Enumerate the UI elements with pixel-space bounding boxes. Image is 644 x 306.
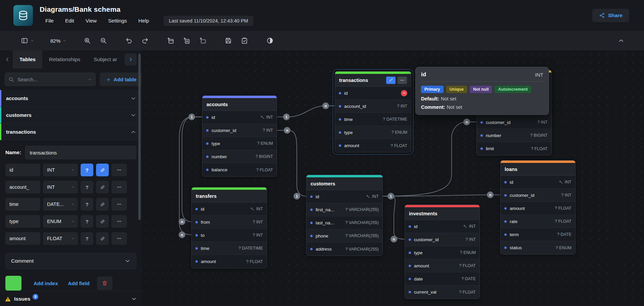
chevron-down-icon[interactable] xyxy=(131,296,137,302)
table-more-button[interactable] xyxy=(398,77,407,84)
table-header[interactable]: transactions xyxy=(335,74,411,87)
field-nullable-toggle[interactable]: ? xyxy=(81,215,93,228)
field-more-button[interactable] xyxy=(111,232,127,245)
add-index-button[interactable]: Add index xyxy=(32,278,60,289)
field-name-button[interactable]: account_ xyxy=(5,181,40,193)
table-field-row[interactable]: rate? FLOAT xyxy=(501,215,575,228)
toolbar-save-button[interactable] xyxy=(222,34,235,47)
table-field-row[interactable]: from? INT xyxy=(192,216,267,229)
field-name-button[interactable]: type xyxy=(5,215,40,228)
table-header[interactable]: accounts xyxy=(202,98,277,111)
field-type-select[interactable]: FLOAT xyxy=(43,232,78,245)
diagram-table-customers[interactable]: customersidINTfirst_na...? VARCHAR(255)l… xyxy=(306,175,383,256)
table-field-row[interactable]: type? ENUM xyxy=(202,137,277,150)
field-type-select[interactable]: INT xyxy=(43,181,78,193)
table-field-row[interactable]: first_na...? VARCHAR(255) xyxy=(307,203,382,216)
table-field-row[interactable]: account_id? INT xyxy=(335,100,411,113)
table-field-row[interactable]: amount? FLOAT xyxy=(501,202,575,215)
menu-view[interactable]: View xyxy=(80,16,102,26)
table-name-input[interactable] xyxy=(25,146,136,159)
table-field-row[interactable]: term? DATE xyxy=(501,228,575,241)
menu-settings[interactable]: Settings xyxy=(102,16,133,26)
toolbar-zoom-in-button[interactable] xyxy=(81,34,94,47)
field-link-button[interactable] xyxy=(96,164,109,176)
toolbar-redo-button[interactable] xyxy=(138,34,152,47)
toolbar-layout-button[interactable] xyxy=(19,34,36,47)
field-link-button[interactable] xyxy=(96,198,109,211)
edit-table-button[interactable] xyxy=(386,77,396,84)
sidebar-item-transactions[interactable]: transactions xyxy=(0,124,142,140)
table-field-row[interactable]: current_val? FLOAT xyxy=(405,286,479,299)
diagram-canvas[interactable]: 1nn11nn1nnn accountsidINTcustomer_id? IN… xyxy=(142,50,644,306)
menu-edit[interactable]: Edit xyxy=(59,16,80,26)
table-field-row[interactable]: number? BIGINT xyxy=(202,150,277,163)
table-field-row[interactable]: idINT xyxy=(501,176,575,189)
diagram-table-investments[interactable]: investmentsidINTcustomer_id? INTtype? EN… xyxy=(405,205,480,299)
toolbar-zoom-level-button[interactable]: 82% xyxy=(48,34,68,47)
table-field-row[interactable]: type? ENUM xyxy=(335,126,411,139)
diagram-table-transactions[interactable]: transactionsidaccount_id? INTtime? DATET… xyxy=(335,71,411,152)
tab-relationships[interactable]: Relationships xyxy=(42,50,87,69)
field-type-select[interactable]: INT xyxy=(43,164,78,176)
field-name-button[interactable]: time xyxy=(5,198,40,211)
field-type-select[interactable]: DATE... xyxy=(43,198,78,211)
field-more-button[interactable] xyxy=(111,198,127,211)
toolbar-add-note-button[interactable] xyxy=(180,34,193,47)
tab-tables[interactable]: Tables xyxy=(13,50,42,69)
diagram-table-transfers[interactable]: transfersidINTfrom? INTto? INTtime? DATE… xyxy=(191,187,267,268)
table-field-row[interactable]: customer_id? INT xyxy=(202,124,277,137)
toolbar-collapse-button[interactable] xyxy=(614,34,628,47)
tabs-scroll-right-button[interactable] xyxy=(125,53,137,65)
diagram-table-loans[interactable]: loansidINTcustomer_id? INTamount? FLOATr… xyxy=(500,160,576,255)
field-link-button[interactable] xyxy=(96,215,109,228)
search-input-wrap[interactable] xyxy=(5,73,96,86)
field-type-select[interactable]: ENUM xyxy=(43,215,78,228)
add-field-button[interactable]: Add field xyxy=(66,278,92,289)
toolbar-add-table-button[interactable] xyxy=(164,34,177,47)
issues-bar[interactable]: Issues 0 xyxy=(0,291,142,306)
field-more-button[interactable] xyxy=(111,215,127,228)
table-field-row[interactable]: time? DATETIME xyxy=(192,242,267,255)
menu-file[interactable]: File xyxy=(40,16,59,26)
menu-help[interactable]: Help xyxy=(133,16,155,26)
field-name-button[interactable]: amount xyxy=(5,232,40,245)
add-table-button[interactable]: Add table xyxy=(100,73,143,86)
tabs-scroll-left-button[interactable] xyxy=(2,53,13,65)
toolbar-theme-button[interactable] xyxy=(263,34,277,47)
field-more-button[interactable] xyxy=(111,181,127,193)
table-field-row[interactable]: type? ENUM xyxy=(405,246,479,259)
toolbar-add-area-button[interactable] xyxy=(196,34,210,47)
field-link-button[interactable] xyxy=(96,181,109,193)
share-button[interactable]: Share xyxy=(592,9,629,22)
table-field-row[interactable]: to? INT xyxy=(192,229,267,242)
toolbar-undo-button[interactable] xyxy=(122,34,136,47)
table-field-row[interactable]: idINT xyxy=(202,111,277,124)
diagram-table-accounts[interactable]: accountsidINTcustomer_id? INTtype? ENUMn… xyxy=(202,95,277,177)
search-input[interactable] xyxy=(17,76,85,83)
table-header[interactable]: customers xyxy=(307,177,382,190)
sidebar-item-accounts[interactable]: accounts xyxy=(0,90,142,107)
table-field-row[interactable]: date? DATE xyxy=(405,272,479,286)
delete-table-button[interactable] xyxy=(97,276,112,290)
table-field-row[interactable]: balance? FLOAT xyxy=(202,163,277,176)
table-field-row[interactable]: last_na...? VARCHAR(255) xyxy=(307,216,382,229)
table-field-row[interactable]: status? ENUM xyxy=(501,241,575,254)
app-logo[interactable] xyxy=(13,5,33,26)
field-nullable-toggle[interactable]: ? xyxy=(81,181,93,193)
sidebar-scrollbar[interactable] xyxy=(138,54,141,220)
table-color-swatch[interactable] xyxy=(5,276,21,291)
table-field-row[interactable]: address? VARCHAR(255) xyxy=(307,243,382,256)
field-more-button[interactable] xyxy=(111,164,127,176)
table-field-row[interactable]: customer_id? INT xyxy=(501,189,575,202)
toolbar-todo-button[interactable] xyxy=(238,34,251,47)
field-nullable-toggle[interactable]: ? xyxy=(81,164,93,176)
delete-field-button[interactable] xyxy=(401,90,407,96)
field-nullable-toggle[interactable]: ? xyxy=(81,232,93,245)
table-header[interactable]: loans xyxy=(501,163,575,176)
table-field-row[interactable]: amount? FLOAT xyxy=(405,259,479,272)
table-field-row[interactable]: amount? FLOAT xyxy=(192,255,267,268)
table-field-row[interactable]: limit? FLOAT xyxy=(477,142,551,155)
comment-section[interactable]: Comment xyxy=(5,253,136,269)
field-nullable-toggle[interactable]: ? xyxy=(81,198,93,211)
table-field-row[interactable]: idINT xyxy=(192,203,267,216)
